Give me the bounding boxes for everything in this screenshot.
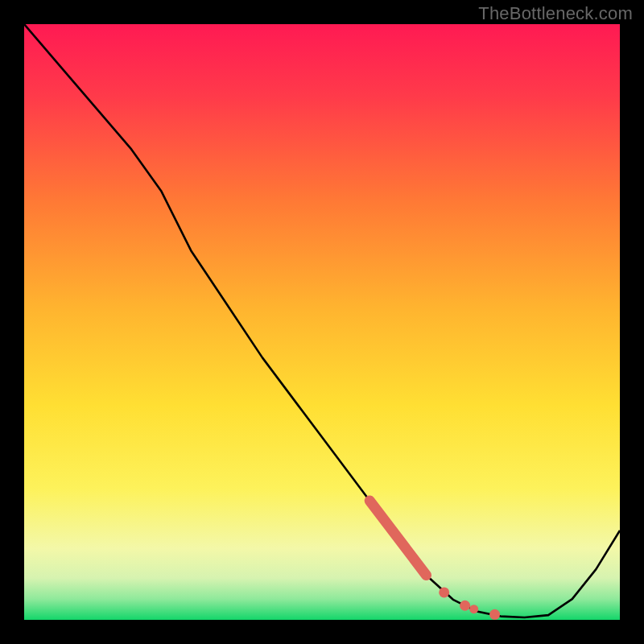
highlight-dot — [439, 587, 449, 597]
main-curve — [24, 24, 620, 617]
highlight-segment — [369, 501, 426, 576]
highlight-dot — [460, 601, 470, 611]
watermark-text: TheBottleneck.com — [478, 3, 633, 24]
highlight-dot — [469, 605, 478, 613]
curve-layer — [24, 24, 620, 620]
chart-frame: TheBottleneck.com — [0, 0, 644, 644]
marker-group — [369, 501, 500, 620]
curve-group — [24, 24, 620, 617]
highlight-dot — [489, 609, 500, 620]
plot-area — [24, 24, 620, 620]
